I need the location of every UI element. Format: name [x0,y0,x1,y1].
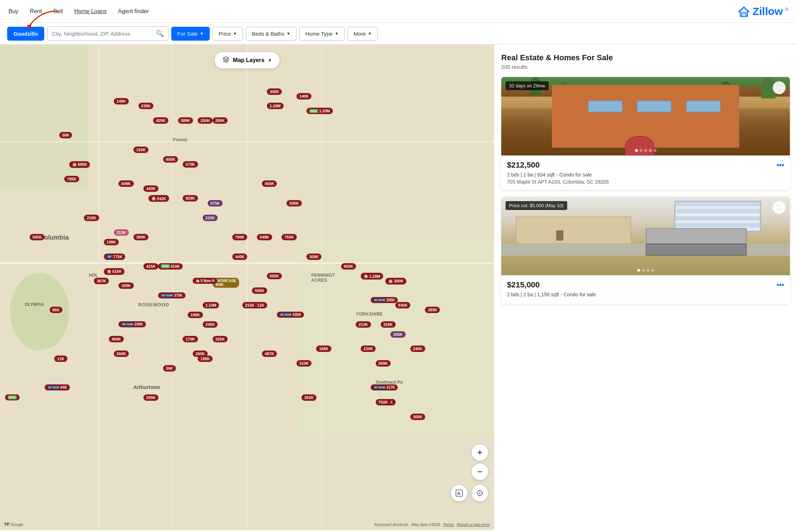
listing-card-2[interactable]: Price cut: $5,000 (May 10) ♡ $215,000 ••… [501,197,790,304]
marker-500k-2[interactable]: 500K [252,287,267,294]
terms-link[interactable]: Terms [443,522,454,527]
marker-50k[interactable]: 50K [59,132,72,138]
marker-549k[interactable]: 549K [257,234,272,240]
marker-685k[interactable]: 685K [267,273,282,279]
heart-button-2[interactable]: ♡ [773,201,786,214]
marker-1-10m[interactable]: 1.10M [203,302,219,308]
more-filter[interactable]: More ▼ [347,27,378,41]
marker-3dtour-217k[interactable]: 3D TOUR217K [371,384,398,390]
price-filter[interactable]: Price ▼ [213,27,243,41]
marker-11k[interactable]: 11K [54,355,67,362]
heart-button-1[interactable]: ♡ [773,81,786,94]
marker-440k-2[interactable]: 440K [232,254,247,260]
marker-205k-foryou[interactable]: 205K [390,331,405,338]
marker-440k-1[interactable]: 440K [143,185,158,192]
marker-439k[interactable]: 439K [118,282,133,289]
marker-310k-2[interactable]: 310K [296,360,311,367]
report-error-link[interactable]: Report a map error [457,522,490,527]
marker-149k[interactable]: 149K [114,98,129,104]
marker-790k[interactable]: 790K [232,234,247,240]
marker-199k-2[interactable]: 199K [188,312,203,318]
listing-card-1[interactable]: 32 days on Zillow ♡ $212,500 ••• 2 bds |… [501,77,790,190]
marker-199k-1[interactable]: 199K [104,239,119,245]
marker-425k[interactable]: 425K [153,117,168,124]
marker-188k[interactable]: 188K [316,346,331,352]
map-container[interactable]: Columbia ROSEWOOD PENNINGTACRES YORKSHIR… [0,45,494,530]
marker-245k[interactable]: 245K [203,321,218,328]
marker-150k[interactable]: 150K [133,147,148,153]
marker-3dtour-84k[interactable]: 3D TOUR84K [45,384,70,390]
map-layers-button[interactable]: Map Layers ▼ [214,52,280,69]
nav-home-loans[interactable]: Home Loans [74,8,107,15]
marker-695k[interactable]: 🏠695K [69,161,90,168]
marker-3dtour-375k[interactable]: 3D TOUR375K [158,292,186,298]
search-input-wrap[interactable]: 🔍 [47,26,168,41]
marker-300k-2[interactable]: 🏠300K [385,278,406,285]
marker-240k-2[interactable]: 240K [410,346,425,352]
marker-755k[interactable]: 755K [281,234,296,240]
marker-3dtour-535k[interactable]: 3D TOUR535K [277,312,304,318]
marker-305k[interactable]: 305K [410,414,425,420]
marker-213k-2[interactable]: 213K [356,321,371,328]
marker-595k[interactable]: 595K [30,234,45,240]
marker-325k[interactable]: 325K [213,336,228,342]
search-input[interactable] [52,31,153,37]
home-type-filter[interactable]: Home Type ▼ [299,27,345,41]
for-sale-filter[interactable]: For Sale ▼ [171,27,210,41]
marker-1-28m-2[interactable]: 🏠1.28M [361,273,383,280]
location-button[interactable] [471,485,488,502]
marker-5-new-h[interactable]: 🏠5 New H [193,278,217,284]
more-options-2[interactable]: ••• [777,281,784,289]
nav-agent-finder[interactable]: Agent finder [118,8,149,15]
marker-365k[interactable]: 365K [301,394,316,401]
marker-310k-1[interactable]: 310K [381,321,396,328]
marker-213k-pink[interactable]: 213K [114,229,129,236]
marker-397k[interactable]: 397K [94,278,109,284]
marker-389k[interactable]: 389K [133,234,148,240]
marker-215k-2[interactable]: 215K [242,302,257,308]
marker-829k[interactable]: 829K [183,195,198,201]
marker-269k[interactable]: 269K [376,360,391,367]
marker-1-20m[interactable]: NEW1.20M [306,108,333,114]
beds-baths-filter[interactable]: Beds & Baths ▼ [246,27,296,41]
marker-220k[interactable]: 220K [361,346,376,352]
marker-new-bottom[interactable]: NEW [5,394,20,400]
marker-575k[interactable]: 575K [183,161,198,168]
zillow-logo[interactable]: Zillow ® [737,5,788,17]
marker-460k[interactable]: 460K [262,180,277,187]
marker-300k-1[interactable]: 300K [306,254,321,260]
marker-515k[interactable]: 🏠515K [104,268,125,275]
marker-385k[interactable]: 385K [425,307,440,313]
marker-215k-foryou[interactable]: 215K [203,215,218,221]
nav-buy[interactable]: Buy [9,8,19,15]
marker-849k[interactable]: 849K [118,180,133,187]
marker-250k[interactable]: 250K [198,117,213,124]
marker-205k-3[interactable]: 205K [143,394,158,401]
marker-575k-2[interactable]: 575K [208,200,223,206]
marker-487k[interactable]: 487K [262,351,277,357]
marker-219k[interactable]: 219K [84,215,99,221]
marker-new-410k[interactable]: NEW410K [158,263,183,270]
marker-589k[interactable]: 589K [178,117,193,124]
marker-198k[interactable]: 198K [198,355,213,362]
marker-280k[interactable]: 280K [213,117,228,124]
marker-205k-3d[interactable]: 3D TOUR205K [371,297,398,303]
marker-340k[interactable]: 340K [267,88,282,95]
marker-460k-2[interactable]: 460K [109,336,124,342]
marker-260k[interactable]: 260K [114,351,129,357]
zoom-in-button[interactable]: + [471,444,488,461]
marker-845k[interactable]: 845K [395,302,410,308]
draw-map-button[interactable] [451,485,468,502]
more-options-1[interactable]: ••• [777,161,784,169]
marker-170k[interactable]: 170K [183,336,198,342]
marker-1-28m[interactable]: 1.28M [267,103,284,109]
marker-950k[interactable]: 950K [341,263,356,270]
marker-239k[interactable]: 239K [138,103,153,109]
marker-775k-3d[interactable]: 3D775K [104,254,126,260]
marker-95k[interactable]: 95K [50,307,62,313]
marker-795k[interactable]: 795K [64,176,79,182]
marker-3dtour-240k[interactable]: 3D TOUR240K [118,321,146,327]
marker-750k[interactable]: 750K [376,399,391,405]
zoom-out-button[interactable]: − [471,463,488,480]
marker-342k[interactable]: 🏠342K [148,195,169,202]
